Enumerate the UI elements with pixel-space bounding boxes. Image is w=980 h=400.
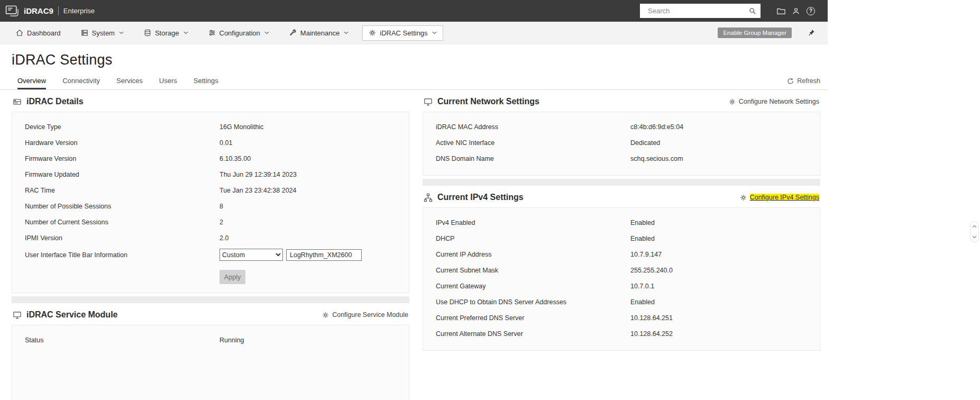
- row-value: 10.128.64.251: [630, 314, 820, 322]
- section-title: Current Network Settings: [437, 97, 539, 106]
- refresh-button[interactable]: Refresh: [787, 77, 820, 89]
- nav-item-dashboard[interactable]: Dashboard: [10, 25, 67, 41]
- row-label: Firmware Version: [12, 155, 219, 162]
- detail-row: Number of Current Sessions 2: [12, 214, 409, 230]
- row-label: Device Type: [12, 123, 219, 131]
- help-glyph: ?: [809, 8, 812, 14]
- row-label: Current Preferred DNS Server: [423, 314, 630, 322]
- storage-icon: [144, 29, 151, 37]
- nav-item-system[interactable]: System: [75, 25, 130, 41]
- section-title: Current IPv4 Settings: [437, 193, 524, 202]
- gear-icon: [369, 29, 376, 37]
- row-value: Enabled: [630, 219, 820, 226]
- apply-button[interactable]: Apply: [219, 270, 245, 284]
- chevron-down-icon: [184, 31, 188, 34]
- idrac-details-card: Device Type 16G Monolithic Hardware Vers…: [12, 112, 409, 293]
- configure-ipv4-settings-link[interactable]: Configure IPv4 Settings: [740, 194, 819, 201]
- detail-row: DHCP Enabled: [423, 231, 820, 247]
- pin-icon[interactable]: [808, 29, 815, 37]
- tab-services[interactable]: Services: [116, 77, 143, 89]
- home-icon: [16, 29, 23, 37]
- chevron-down-icon: [344, 31, 349, 34]
- row-value: Thu Jun 29 12:39:14 2023: [219, 171, 409, 178]
- topbar-right: ?: [640, 4, 828, 18]
- configure-service-module-link[interactable]: Configure Service Module: [322, 311, 408, 319]
- title-bar-select[interactable]: Custom: [219, 249, 283, 261]
- detail-row: IPv4 Enabled Enabled: [423, 215, 820, 231]
- refresh-icon: [787, 78, 794, 85]
- nav-label: Storage: [155, 29, 179, 37]
- row-label: iDRAC MAC Address: [423, 123, 630, 131]
- gear-icon: [729, 98, 736, 105]
- row-value: 6.10.35.00: [219, 155, 409, 162]
- ipv4-settings-header: Current IPv4 Settings Configure IPv4 Set…: [423, 186, 820, 207]
- tab-bar: Overview Connectivity Services Users Set…: [0, 68, 828, 90]
- nav-item-maintenance[interactable]: Maintenance: [283, 25, 355, 41]
- row-label: Current Alternate DNS Server: [423, 330, 630, 338]
- nav-label: System: [92, 29, 115, 37]
- row-label: Number of Current Sessions: [12, 219, 219, 226]
- title-bar-row: User Interface Title Bar Information Cus…: [12, 246, 409, 263]
- row-label: Number of Possible Sessions: [12, 203, 219, 210]
- detail-row: Firmware Version 6.10.35.00: [12, 151, 409, 167]
- tab-users[interactable]: Users: [159, 77, 177, 89]
- search-icon[interactable]: [749, 7, 756, 15]
- detail-row: Use DHCP to Obtain DNS Server Addresses …: [423, 294, 820, 310]
- detail-row: Number of Possible Sessions 8: [12, 198, 409, 214]
- nav-label: Configuration: [219, 29, 260, 37]
- nav-item-configuration[interactable]: Configuration: [202, 25, 276, 41]
- row-label: Firmware Updated: [12, 171, 219, 178]
- detail-row: Current Subnet Mask 255.255.240.0: [423, 262, 820, 278]
- main-navbar: Dashboard System Storage: [0, 22, 828, 44]
- chevron-down-icon: [119, 31, 124, 34]
- tab-connectivity[interactable]: Connectivity: [62, 77, 100, 89]
- row-value: Tue Jan 23 23:42:38 2024: [219, 187, 409, 194]
- detail-row: Current Gateway 10.7.0.1: [423, 278, 820, 294]
- content: iDRAC Details Device Type 16G Monolithic…: [0, 90, 828, 400]
- brand-divider: [58, 6, 59, 15]
- row-value: 2.0: [219, 234, 409, 242]
- detail-row: iDRAC MAC Address c8:4b:d6:9d:e5:04: [423, 119, 820, 135]
- detail-row: Hardware Version 0.01: [12, 135, 409, 151]
- server-icon: [81, 29, 88, 37]
- detail-row: Current IP Address 10.7.9.147: [423, 247, 820, 262]
- configure-label: Configure Network Settings: [739, 98, 819, 105]
- nav-label: iDRAC Settings: [380, 29, 427, 37]
- row-value: 16G Monolithic: [219, 123, 409, 131]
- chevron-down-icon: [432, 31, 437, 34]
- title-bar-input[interactable]: [286, 249, 362, 261]
- idrac-app: iDRAC9 Enterprise: [0, 0, 828, 400]
- search-input[interactable]: [640, 7, 749, 15]
- row-value: Dedicated: [630, 139, 820, 147]
- scrollbar[interactable]: [970, 221, 979, 242]
- left-column: iDRAC Details Device Type 16G Monolithic…: [12, 90, 409, 400]
- configure-network-settings-link[interactable]: Configure Network Settings: [729, 98, 819, 105]
- folder-icon[interactable]: [777, 7, 785, 15]
- row-value: Enabled: [630, 235, 820, 242]
- row-label: DHCP: [423, 235, 630, 242]
- detail-row: RAC Time Tue Jan 23 23:42:38 2024: [12, 183, 409, 198]
- tab-settings[interactable]: Settings: [194, 77, 218, 89]
- monitor-icon: [13, 311, 22, 320]
- idrac-details-header: iDRAC Details: [12, 90, 409, 112]
- row-value: 255.255.240.0: [630, 267, 820, 274]
- nav-label: Maintenance: [300, 29, 340, 37]
- nav-item-idrac-settings[interactable]: iDRAC Settings: [362, 25, 443, 41]
- scroll-down-icon[interactable]: [972, 235, 977, 239]
- row-value: 10.128.64.252: [630, 330, 820, 338]
- nav-item-storage[interactable]: Storage: [138, 25, 195, 41]
- row-label: Current Subnet Mask: [423, 267, 630, 274]
- row-value: 2: [219, 219, 409, 226]
- enable-group-manager-button[interactable]: Enable Group Manager: [718, 28, 792, 38]
- wrench-icon: [289, 29, 297, 37]
- row-label: Current Gateway: [423, 283, 630, 290]
- product-name: iDRAC9: [24, 6, 53, 15]
- sliders-icon: [208, 29, 216, 37]
- tab-overview[interactable]: Overview: [17, 77, 46, 89]
- help-icon[interactable]: ?: [807, 7, 815, 15]
- row-value: schq.secious.com: [630, 155, 820, 162]
- scroll-up-icon[interactable]: [972, 225, 977, 228]
- row-label: Active NIC Interface: [423, 139, 630, 147]
- section-divider: [423, 179, 820, 186]
- user-icon[interactable]: [792, 7, 800, 15]
